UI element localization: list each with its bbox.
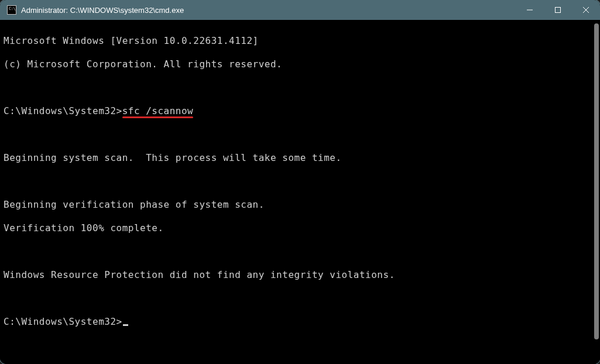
typed-command: sfc /scannow (122, 105, 194, 117)
close-button[interactable] (572, 0, 600, 20)
output-line: Windows Resource Protection did not find… (4, 269, 589, 281)
prompt-line: C:\Windows\System32>sfc /scannow (4, 105, 589, 117)
client-area: Microsoft Windows [Version 10.0.22631.41… (0, 20, 600, 364)
maximize-button[interactable] (544, 0, 572, 20)
output-line (4, 293, 589, 304)
prompt-path: C:\Windows\System32> (4, 316, 122, 327)
output-line (4, 82, 589, 94)
prompt-line: C:\Windows\System32> (4, 316, 589, 328)
window-title: Administrator: C:\WINDOWS\system32\cmd.e… (21, 6, 184, 15)
scrollbar-track[interactable] (592, 20, 600, 364)
terminal-output[interactable]: Microsoft Windows [Version 10.0.22631.41… (0, 20, 592, 364)
output-line: Beginning system scan. This process will… (4, 152, 589, 164)
output-line: Microsoft Windows [Version 10.0.22631.41… (4, 35, 589, 47)
minimize-button[interactable] (516, 0, 544, 20)
prompt-path: C:\Windows\System32> (4, 105, 122, 116)
scrollbar-thumb[interactable] (594, 23, 599, 339)
maximize-icon (554, 6, 561, 13)
output-line: (c) Microsoft Corporation. All rights re… (4, 59, 589, 70)
output-line (4, 176, 589, 187)
cmd-icon (7, 5, 16, 15)
output-line: Verification 100% complete. (4, 222, 589, 234)
output-line: Beginning verification phase of system s… (4, 199, 589, 211)
cmd-window: Administrator: C:\WINDOWS\system32\cmd.e… (0, 0, 600, 364)
output-line (4, 246, 589, 257)
text-cursor (123, 324, 128, 326)
close-icon (582, 6, 589, 13)
titlebar[interactable]: Administrator: C:\WINDOWS\system32\cmd.e… (0, 0, 600, 20)
svg-rect-0 (556, 8, 561, 13)
minimize-icon (526, 6, 533, 13)
output-line (4, 129, 589, 140)
